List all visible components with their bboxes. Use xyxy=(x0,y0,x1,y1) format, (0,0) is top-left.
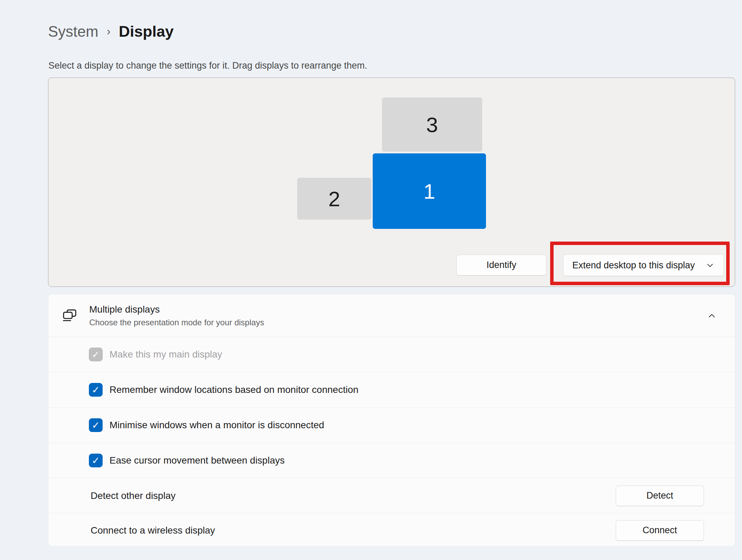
ease-cursor-checkbox[interactable]: ✓ xyxy=(89,454,103,467)
breadcrumb-system-link[interactable]: System xyxy=(48,23,98,40)
monitor-1-label: 1 xyxy=(424,179,435,203)
checkmark-icon: ✓ xyxy=(92,420,100,431)
setting-row-remember-locations: ✓ Remember window locations based on mon… xyxy=(48,372,735,407)
monitor-2[interactable]: 2 xyxy=(297,178,371,220)
main-display-checkbox: ✓ xyxy=(89,348,103,361)
annotation-highlight-box: Extend desktop to this display xyxy=(550,242,730,285)
remember-locations-checkbox[interactable]: ✓ xyxy=(89,383,103,397)
monitor-1-selected[interactable]: 1 xyxy=(373,153,486,229)
display-mode-value: Extend desktop to this display xyxy=(572,260,695,271)
remember-locations-label: Remember window locations based on monit… xyxy=(109,384,358,395)
monitor-2-label: 2 xyxy=(328,187,340,211)
connect-button[interactable]: Connect xyxy=(616,520,704,541)
breadcrumb-separator-icon: › xyxy=(107,24,111,38)
setting-row-main-display: ✓ Make this my main display xyxy=(48,337,735,372)
card-title: Multiple displays xyxy=(89,304,264,315)
setting-row-detect-display: Detect other display Detect xyxy=(48,478,735,513)
checkmark-icon: ✓ xyxy=(92,349,100,360)
checkmark-icon: ✓ xyxy=(92,384,100,396)
display-arrangement-panel: 3 2 1 Identify Extend desktop to this di… xyxy=(48,78,735,287)
minimise-windows-checkbox[interactable]: ✓ xyxy=(89,418,103,432)
chevron-down-icon xyxy=(705,260,715,270)
card-subtitle: Choose the presentation mode for your di… xyxy=(89,318,264,327)
checkmark-icon: ✓ xyxy=(92,455,100,466)
setting-row-ease-cursor: ✓ Ease cursor movement between displays xyxy=(48,443,735,478)
setting-row-minimise-windows: ✓ Minimise windows when a monitor is dis… xyxy=(48,407,735,443)
ease-cursor-label: Ease cursor movement between displays xyxy=(109,455,285,466)
wireless-display-label: Connect to a wireless display xyxy=(91,525,215,536)
monitor-3-label: 3 xyxy=(426,113,438,137)
monitor-3[interactable]: 3 xyxy=(382,97,482,152)
main-display-label: Make this my main display xyxy=(109,349,222,360)
multiple-displays-header[interactable]: Multiple displays Choose the presentatio… xyxy=(48,294,735,337)
breadcrumb: System › Display xyxy=(48,23,174,40)
detect-button[interactable]: Detect xyxy=(616,486,704,506)
identify-button[interactable]: Identify xyxy=(456,255,546,276)
settings-display-page: System › Display Select a display to cha… xyxy=(0,0,742,560)
multiple-displays-icon xyxy=(62,308,78,324)
page-title: Display xyxy=(119,23,174,40)
chevron-up-icon[interactable] xyxy=(707,311,717,321)
intro-text: Select a display to change the settings … xyxy=(48,60,367,71)
display-mode-dropdown[interactable]: Extend desktop to this display xyxy=(563,254,724,276)
multiple-displays-card: Multiple displays Choose the presentatio… xyxy=(48,294,735,546)
multiple-displays-header-text: Multiple displays Choose the presentatio… xyxy=(89,304,264,327)
detect-display-label: Detect other display xyxy=(91,490,175,501)
minimise-windows-label: Minimise windows when a monitor is disco… xyxy=(109,420,324,431)
setting-row-wireless-display: Connect to a wireless display Connect xyxy=(48,513,735,546)
